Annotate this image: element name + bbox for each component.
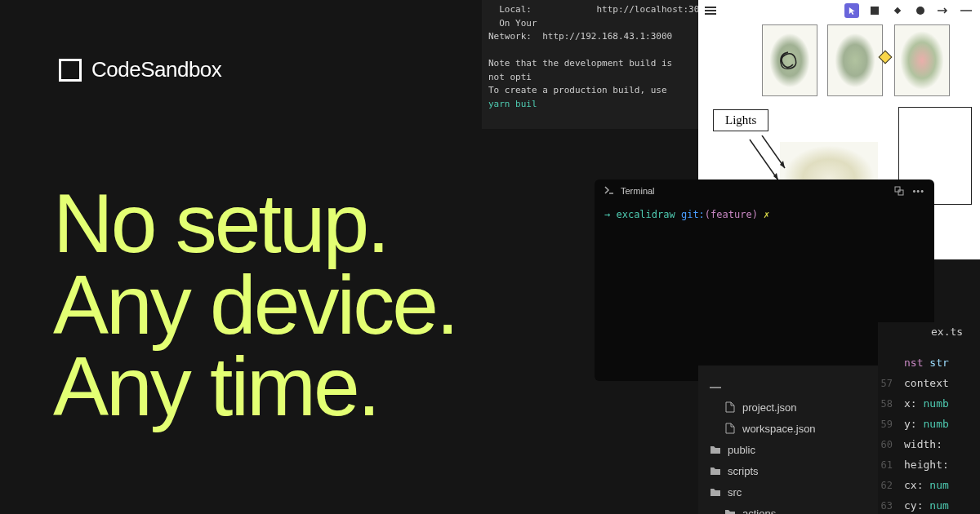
terminal-icon — [604, 186, 614, 196]
brand-name: CodeSandbox — [91, 57, 221, 82]
line-tool-icon[interactable] — [959, 3, 973, 18]
prompt-dirty: ✗ — [764, 209, 769, 220]
local-label: Local: — [499, 4, 532, 15]
headline: No setup. Any device. Any time. — [53, 184, 457, 428]
more-icon[interactable]: ••• — [912, 186, 924, 196]
circle-tool-icon[interactable] — [913, 3, 928, 18]
brand-logo: CodeSandbox — [59, 57, 221, 82]
svg-point-2 — [916, 7, 924, 15]
prompt-git: git: — [681, 209, 705, 220]
diamond-tool-icon[interactable] — [890, 3, 905, 18]
square-tool-icon[interactable] — [867, 3, 882, 18]
list-item[interactable]: src — [698, 481, 878, 503]
lights-label[interactable]: Lights — [713, 109, 768, 131]
line-number: 58 — [878, 398, 904, 410]
code-content: cx: num — [904, 479, 949, 491]
svg-rect-9 — [898, 190, 903, 195]
file-name: workspace.json — [742, 423, 816, 435]
code-line[interactable]: 60width: — [878, 434, 980, 454]
code-line[interactable]: 63cy: num — [878, 495, 980, 514]
code-content: nst str — [904, 357, 949, 369]
line-number: 62 — [878, 480, 904, 491]
menu-icon[interactable] — [705, 7, 716, 15]
editor-tab[interactable]: ex.ts — [878, 322, 980, 352]
code-content: x: numb — [904, 397, 949, 410]
list-item[interactable]: workspace.json — [698, 418, 878, 439]
code-content: cy: num — [904, 499, 949, 512]
network-label: On Your Network: — [488, 18, 537, 42]
file-name: project.json — [742, 401, 796, 414]
file-icon — [724, 401, 736, 413]
terminal-header: Terminal ••• — [595, 179, 934, 202]
list-item[interactable]: scripts — [698, 460, 878, 481]
folder-name: src — [728, 486, 742, 498]
code-line[interactable]: 58x: numb — [878, 393, 980, 414]
line-number: 57 — [878, 378, 904, 389]
list-item[interactable]: project.json — [698, 397, 878, 418]
dev-server-output: Local: http://localhost:3000 On Your Net… — [482, 0, 698, 129]
svg-rect-1 — [894, 7, 901, 14]
pointer-tool-icon[interactable] — [844, 3, 859, 18]
headline-line-2: Any device. — [53, 265, 457, 347]
headline-line-1: No setup. — [53, 184, 457, 265]
prompt-cwd: excalidraw — [616, 209, 675, 220]
folder-icon — [710, 465, 721, 476]
prompt-branch: (feature) — [705, 209, 758, 220]
build-note-2-pre: To create a production build, use — [488, 85, 667, 95]
code-content: y: numb — [904, 418, 949, 430]
code-content: height: — [904, 459, 949, 471]
scribble-icon — [776, 50, 800, 73]
line-number: 59 — [878, 419, 904, 430]
folder-icon — [710, 444, 721, 455]
network-url: http://192.168.43.1:3000 — [542, 31, 672, 42]
line-number: 61 — [878, 459, 904, 471]
line-number: 63 — [878, 500, 904, 512]
arrow-tool-icon[interactable] — [936, 3, 951, 18]
list-item[interactable]: public — [698, 439, 878, 460]
headline-line-3: Any time. — [53, 347, 457, 428]
list-item[interactable]: actions — [698, 503, 878, 514]
file-icon — [724, 423, 736, 434]
line-number: 60 — [878, 439, 904, 450]
code-line[interactable]: 61height: — [878, 454, 980, 475]
folder-name: public — [728, 444, 755, 456]
svg-line-4 — [750, 140, 778, 180]
folder-name: scripts — [728, 465, 759, 477]
folder-name: actions — [742, 507, 776, 515]
local-url: http://localhost:3000 — [596, 4, 698, 15]
svg-rect-8 — [895, 187, 900, 192]
code-line[interactable]: 59y: numb — [878, 414, 980, 434]
build-command: yarn buil — [488, 99, 537, 109]
code-line[interactable]: nst str — [878, 352, 980, 373]
maximize-icon[interactable] — [894, 186, 904, 196]
folder-icon — [724, 507, 736, 514]
terminal-title: Terminal — [621, 186, 655, 196]
whiteboard-toolbar — [698, 2, 980, 19]
list-item[interactable] — [698, 375, 878, 397]
codesandbox-icon — [59, 59, 82, 82]
code-content: width: — [904, 438, 942, 450]
file-explorer[interactable]: project.json workspace.json public scrip… — [698, 366, 878, 514]
svg-rect-0 — [871, 7, 879, 15]
build-note-1: Note that the development build is not o… — [488, 57, 692, 84]
code-line[interactable]: 62cx: num — [878, 475, 980, 495]
folder-icon — [710, 486, 721, 498]
prompt-arrow: → — [604, 209, 616, 220]
blank-icon — [710, 383, 721, 388]
code-content: context — [904, 377, 949, 389]
terminal-body[interactable]: → excalidraw git:(feature) ✗ — [595, 202, 934, 227]
code-editor[interactable]: ex.ts nst str57context58x: numb59y: numb… — [878, 322, 980, 514]
code-line[interactable]: 57context — [878, 373, 980, 393]
